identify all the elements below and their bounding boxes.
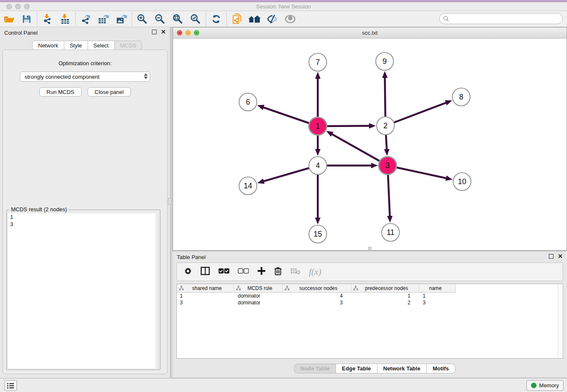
export-network-icon: [80, 14, 91, 25]
status-bar: Memory: [0, 378, 567, 392]
network-window-titlebar[interactable]: ✕ − + scc.txt: [173, 28, 567, 39]
cell-MCDS-role[interactable]: dominator: [234, 299, 283, 306]
hide-graphics-details-button[interactable]: [264, 12, 281, 26]
apply-function-button: f(x): [309, 267, 321, 277]
zoom-fit-button[interactable]: [169, 12, 187, 26]
tab-select[interactable]: Select: [88, 41, 115, 50]
home-icon: [248, 14, 262, 24]
show-graphics-details-button[interactable]: [281, 12, 299, 26]
network-graph[interactable]: 1234678910111415: [173, 39, 567, 250]
add-column-button[interactable]: [257, 267, 266, 277]
table-panel-close-icon[interactable]: ✕: [558, 254, 563, 259]
column-header-name[interactable]: name: [419, 284, 456, 293]
cell-successor-nodes[interactable]: 3: [283, 299, 351, 306]
open-session-button[interactable]: [0, 12, 18, 26]
table-columns-button[interactable]: [201, 267, 210, 277]
panel-splitter-handle[interactable]: [168, 198, 171, 205]
cell-shared-name[interactable]: 3: [177, 299, 234, 306]
cell-successor-nodes[interactable]: 4: [283, 293, 351, 299]
export-image-button[interactable]: [113, 12, 130, 26]
clone-network-icon: [231, 13, 242, 25]
control-panel-close-icon[interactable]: ✕: [161, 30, 166, 34]
table-panel: Table Panel ✕: [173, 251, 567, 377]
cell-predecessor-nodes[interactable]: 1: [351, 293, 419, 299]
optimization-select[interactable]: strongly connected component: [20, 72, 150, 82]
network-canvas[interactable]: 1234678910111415: [173, 39, 567, 250]
trash-icon: [274, 267, 282, 276]
mcds-result-box: MCDS result (2 nodes) 13: [6, 210, 160, 370]
export-table-button[interactable]: [95, 12, 113, 26]
graph-node-label: 10: [458, 177, 466, 186]
column-header-label: shared name: [184, 285, 234, 291]
tab-edge-table[interactable]: Edge Table: [336, 364, 377, 373]
task-history-button[interactable]: [4, 380, 17, 391]
column-header-predecessor-nodes[interactable]: predecessor nodes: [351, 284, 419, 293]
graph-node-label: 9: [383, 57, 387, 66]
zoom-selected-button[interactable]: [187, 12, 204, 26]
save-session-button[interactable]: [18, 12, 36, 26]
desktop: Control Panel ✕ NetworkStyleSelectMCDS O…: [0, 27, 567, 378]
table-scrollbar[interactable]: [558, 284, 563, 358]
table-panel-float-icon[interactable]: [549, 254, 553, 259]
delete-table-icon: [290, 268, 300, 274]
cell-MCDS-role[interactable]: dominator: [234, 293, 283, 299]
control-panel-float-icon[interactable]: [152, 30, 157, 34]
app-title-bar: Session: New Session: [0, 0, 567, 11]
cell-name[interactable]: 3: [419, 299, 456, 306]
cell-name[interactable]: 1: [419, 293, 456, 299]
refresh-button[interactable]: [207, 12, 225, 26]
graph-edge-2-8[interactable]: [385, 102, 447, 126]
graph-edge-3-1[interactable]: [331, 134, 388, 166]
select-all-button[interactable]: [218, 268, 229, 276]
close-panel-button[interactable]: Close panel: [88, 87, 131, 97]
delete-column-button[interactable]: [274, 267, 282, 277]
table-tabs: Node TableEdge TableNetwork TableMotifs: [294, 364, 455, 373]
graph-node-label: 8: [459, 93, 463, 101]
memory-status-icon: [531, 383, 537, 388]
graph-edge-arrow: [445, 100, 452, 105]
tab-network[interactable]: Network: [32, 41, 64, 50]
clone-network-button[interactable]: [228, 12, 246, 26]
mcds-result-line: 1: [8, 213, 159, 221]
export-image-icon: [116, 14, 127, 25]
select-stepper-icon: [144, 73, 148, 79]
toolbar-separator: [206, 12, 206, 26]
table-row[interactable]: 1dominator411: [177, 293, 563, 299]
tab-motifs[interactable]: Motifs: [427, 364, 455, 373]
mcds-panel: Optimization criterion: strongly connect…: [3, 50, 168, 374]
zoom-in-button[interactable]: [133, 12, 151, 26]
zoom-out-icon: [154, 14, 165, 25]
zoom-out-button[interactable]: [151, 12, 169, 26]
graph-edge-arrow: [384, 149, 389, 156]
mcds-result-list[interactable]: 13: [8, 213, 159, 368]
tab-mcds[interactable]: MCDS: [115, 41, 142, 50]
home-button[interactable]: [246, 12, 264, 26]
tab-network-table[interactable]: Network Table: [377, 364, 427, 373]
cell-shared-name[interactable]: 1: [177, 293, 234, 299]
column-hierarchy-icon: [236, 286, 241, 290]
select-all-icon: [218, 268, 229, 274]
deselect-all-button[interactable]: [238, 268, 249, 276]
columns-icon: [201, 267, 210, 275]
export-network-button[interactable]: [77, 12, 95, 26]
tab-node-table[interactable]: Node Table: [294, 364, 336, 373]
tab-style[interactable]: Style: [64, 41, 88, 50]
search-input[interactable]: [439, 13, 563, 24]
network-window: ✕ − + scc.txt 1234678910111415: [173, 27, 567, 251]
table-row[interactable]: 3dominator323: [177, 299, 563, 306]
memory-button[interactable]: Memory: [526, 380, 564, 391]
import-table-button[interactable]: [56, 12, 74, 26]
network-resize-handle[interactable]: [368, 247, 372, 250]
run-mcds-button[interactable]: Run MCDS: [39, 87, 82, 97]
search-box: [439, 13, 563, 24]
column-header-shared-name[interactable]: shared name: [177, 284, 234, 293]
export-table-icon: [98, 14, 110, 25]
zoom-fit-icon: [172, 14, 183, 25]
import-network-button[interactable]: [39, 12, 56, 26]
toolbar-separator: [226, 12, 227, 26]
table-settings-button[interactable]: [184, 267, 192, 277]
column-header-successor-nodes[interactable]: successor nodes: [283, 284, 351, 293]
cell-predecessor-nodes[interactable]: 2: [351, 299, 419, 306]
result-scrollbar[interactable]: [154, 213, 159, 368]
column-header-MCDS-role[interactable]: MCDS role: [234, 284, 283, 293]
